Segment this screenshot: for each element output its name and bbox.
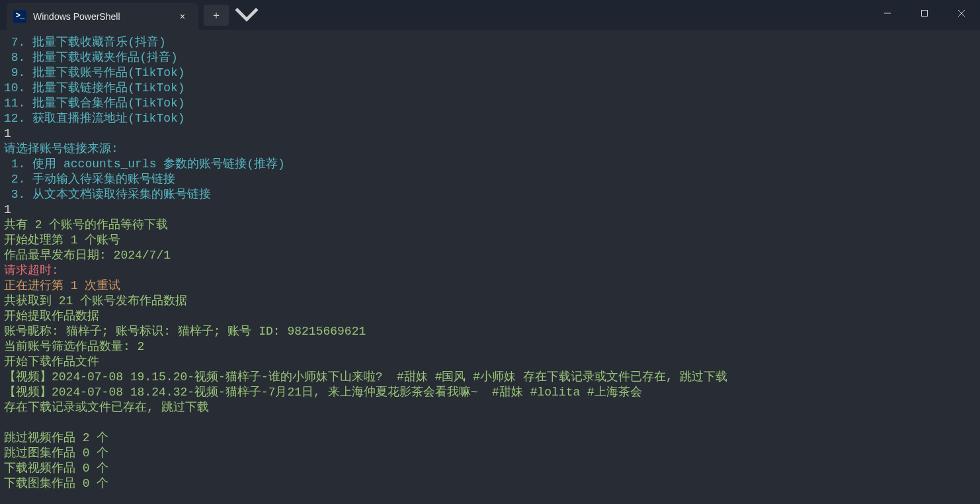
status-line: 共有 2 个账号的作品等待下载 [4, 218, 168, 231]
user-input: 1 [4, 127, 11, 140]
tab-dropdown-button[interactable] [234, 5, 259, 26]
error-line: 请求超时: [4, 264, 59, 277]
powershell-icon [13, 10, 26, 23]
terminal-output[interactable]: 7. 批量下载收藏音乐(抖音) 8. 批量下载收藏夹作品(抖音) 9. 批量下载… [0, 30, 980, 504]
chevron-down-icon [234, 3, 259, 28]
maximize-button[interactable] [906, 0, 943, 26]
window-titlebar: Windows PowerShell ✕ ＋ [0, 0, 980, 30]
close-tab-icon[interactable]: ✕ [176, 10, 189, 23]
status-line: 【视频】2024-07-08 19.15.20-视频-猫梓子-谁的小师妹下山来啦… [4, 370, 727, 384]
source-option: 3. 从文本文档读取待采集的账号链接 [4, 188, 211, 201]
close-window-button[interactable] [943, 0, 980, 26]
status-line: 跳过图集作品 0 个 [4, 446, 108, 460]
status-line: 下载图集作品 0 个 [4, 477, 108, 490]
retry-line: 正在进行第 1 次重试 [4, 279, 120, 292]
source-option: 1. 使用 accounts_urls 参数的账号链接(推荐) [4, 157, 285, 171]
status-line: 跳过视频作品 2 个 [4, 431, 108, 444]
status-line: 存在下载记录或文件已存在, 跳过下载 [4, 401, 209, 414]
status-line: 【视频】2024-07-08 18.24.32-视频-猫梓子-7月21日, 来上… [4, 386, 642, 399]
menu-item: 12. 获取直播推流地址(TikTok) [4, 112, 185, 125]
status-line: 作品最早发布日期: 2024/7/1 [4, 249, 171, 262]
status-line: 开始处理第 1 个账号 [4, 233, 120, 247]
menu-item: 11. 批量下载合集作品(TikTok) [4, 97, 185, 110]
menu-item: 8. 批量下载收藏夹作品(抖音) [4, 51, 178, 64]
status-line: 下载视频作品 0 个 [4, 462, 108, 475]
menu-item: 9. 批量下载账号作品(TikTok) [4, 66, 185, 79]
menu-item: 7. 批量下载收藏音乐(抖音) [4, 36, 166, 49]
source-option: 2. 手动输入待采集的账号链接 [4, 173, 175, 186]
menu-item: 10. 批量下载链接作品(TikTok) [4, 81, 185, 95]
user-input: 1 [4, 203, 11, 216]
tab-powershell[interactable]: Windows PowerShell ✕ [7, 3, 198, 30]
status-line: 共获取到 21 个账号发布作品数据 [4, 294, 187, 308]
status-line: 开始提取作品数据 [4, 310, 99, 323]
svg-rect-1 [922, 11, 928, 17]
tab-title: Windows PowerShell [33, 11, 120, 22]
status-line: 开始下载作品文件 [4, 355, 99, 368]
prompt-line: 请选择账号链接来源: [4, 142, 118, 155]
status-line: 当前账号筛选作品数量: 2 [4, 340, 144, 353]
status-line: 账号昵称: 猫梓子; 账号标识: 猫梓子; 账号 ID: 98215669621 [4, 325, 366, 338]
new-tab-button[interactable]: ＋ [204, 5, 229, 26]
minimize-button[interactable] [869, 0, 906, 26]
